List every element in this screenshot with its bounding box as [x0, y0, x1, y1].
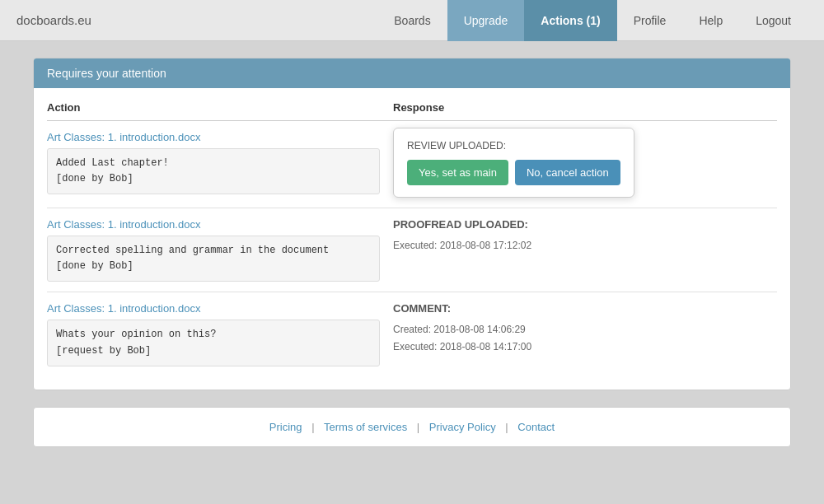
action-col-3: Art Classes: 1. introduction.docx Whats …: [47, 302, 393, 366]
action-link-3[interactable]: Art Classes: 1. introduction.docx: [47, 302, 380, 315]
footer-sep-3: |: [505, 421, 508, 433]
nav-logout[interactable]: Logout: [739, 0, 808, 41]
popup-card: REVIEW UPLOADED: Yes, set as main No, ca…: [393, 128, 634, 198]
response-col-1: REVIEW UPLOADED: Yes, set as main No, ca…: [393, 131, 777, 198]
response-type-3: COMMENT:: [393, 302, 777, 315]
popup-label: REVIEW UPLOADED:: [407, 140, 620, 152]
nav-actions[interactable]: Actions (1): [524, 0, 616, 41]
table-row: Art Classes: 1. introduction.docx Whats …: [47, 292, 777, 376]
popup-buttons: Yes, set as main No, cancel action: [407, 160, 620, 185]
response-created-3: Created: 2018-08-08 14:06:29: [393, 321, 777, 338]
col-action-header: Action: [47, 101, 393, 114]
btn-yes-set-main[interactable]: Yes, set as main: [407, 160, 508, 185]
nav-boards[interactable]: Boards: [377, 0, 447, 41]
navbar: docboards.eu Boards Upgrade Actions (1) …: [0, 0, 824, 41]
action-text-2: Corrected spelling and grammar in the do…: [47, 236, 380, 282]
response-executed-3: Executed: 2018-08-08 14:17:00: [393, 338, 777, 355]
footer-sep-1: |: [311, 421, 314, 433]
nav-upgrade[interactable]: Upgrade: [447, 0, 525, 41]
response-col-2: PROOFREAD UPLOADED: Executed: 2018-08-08…: [393, 218, 777, 254]
footer-terms[interactable]: Terms of services: [324, 421, 407, 433]
footer-sep-2: |: [417, 421, 419, 433]
table-header: Action Response: [47, 101, 777, 121]
footer-privacy[interactable]: Privacy Policy: [429, 421, 496, 433]
site-logo: docboards.eu: [16, 13, 91, 27]
table-row: Art Classes: 1. introduction.docx Correc…: [47, 208, 777, 292]
table-row: Art Classes: 1. introduction.docx Added …: [47, 121, 777, 208]
nav-profile[interactable]: Profile: [617, 0, 683, 41]
attention-body: Action Response Art Classes: 1. introduc…: [34, 88, 790, 390]
action-text-1: Added Last chapter! [done by Bob]: [47, 148, 380, 194]
footer-contact[interactable]: Contact: [517, 421, 555, 433]
nav-links: Boards Upgrade Actions (1) Profile Help …: [377, 0, 808, 41]
footer-box: Pricing | Terms of services | Privacy Po…: [33, 407, 791, 447]
action-link-1[interactable]: Art Classes: 1. introduction.docx: [47, 131, 380, 143]
action-link-2[interactable]: Art Classes: 1. introduction.docx: [47, 218, 380, 231]
action-col-1: Art Classes: 1. introduction.docx Added …: [47, 131, 393, 194]
action-text-3: Whats your opinion on this? [request by …: [47, 320, 380, 366]
col-response-header: Response: [393, 101, 777, 114]
nav-help[interactable]: Help: [682, 0, 739, 41]
action-col-2: Art Classes: 1. introduction.docx Correc…: [47, 218, 393, 282]
response-executed-2: Executed: 2018-08-08 17:12:02: [393, 237, 777, 254]
btn-no-cancel[interactable]: No, cancel action: [515, 160, 620, 185]
attention-box: Requires your attention Action Response …: [33, 58, 791, 390]
attention-header: Requires your attention: [34, 58, 790, 88]
footer-pricing[interactable]: Pricing: [269, 421, 302, 433]
response-type-2: PROOFREAD UPLOADED:: [393, 218, 777, 231]
main-content: Requires your attention Action Response …: [0, 41, 824, 464]
response-col-3: COMMENT: Created: 2018-08-08 14:06:29 Ex…: [393, 302, 777, 355]
